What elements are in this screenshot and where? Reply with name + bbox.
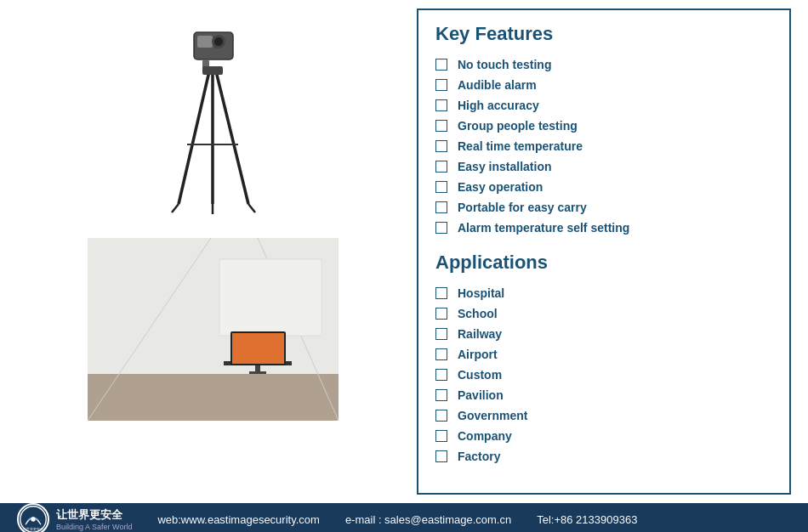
checkbox-icon [435,348,447,360]
footer-email: e-mail : sales@eastimage.com.cn [345,513,511,526]
footer-website: web:www.eastimagesecurity.com [157,513,320,526]
room-photo [88,238,339,421]
checkbox-icon [435,389,447,401]
checkbox-icon [435,287,447,299]
checkbox-icon [435,140,447,152]
application-item: Hospital [435,286,772,300]
feature-item: Portable for easy carry [435,201,772,214]
applications-list: HospitalSchoolRailwayAirportCustomPavili… [435,286,772,463]
application-item: Railway [435,327,772,341]
checkbox-icon [435,328,447,340]
checkbox-icon [435,99,447,111]
svg-rect-22 [255,365,260,372]
svg-line-9 [172,204,179,212]
svg-line-7 [216,71,248,204]
checkbox-icon [435,410,447,422]
checkbox-icon [435,201,447,213]
checkbox-icon [435,369,447,381]
checkbox-icon [435,59,447,71]
features-list: No touch testingAudible alarmHigh accura… [435,58,772,235]
checkbox-icon [435,181,447,193]
applications-title: Applications [435,252,772,274]
checkbox-icon [435,430,447,442]
application-item: Company [435,429,772,443]
svg-rect-15 [88,374,339,421]
tripod-camera-image [128,17,298,229]
checkbox-icon [435,161,447,173]
svg-point-3 [214,37,223,46]
application-item: Government [435,409,772,422]
application-item: School [435,307,772,320]
svg-line-11 [248,204,255,212]
svg-point-30 [31,517,35,521]
feature-item: Easy operation [435,180,772,194]
application-item: Airport [435,348,772,361]
left-panel [17,8,408,495]
checkbox-icon [435,79,447,91]
application-item: Pavilion [435,388,772,402]
footer: 让世界更安全 让世界更安全 Building A Safer World web… [0,503,808,532]
feature-item: Group people testing [435,119,772,133]
feature-item: Easy installation [435,160,772,173]
features-title: Key Features [435,23,772,45]
application-item: Custom [435,368,772,382]
application-item: Factory [435,450,772,463]
checkbox-icon [435,308,447,320]
feature-item: Audible alarm [435,78,772,92]
svg-line-5 [179,71,209,204]
svg-rect-23 [249,371,266,374]
footer-phone: Tel:+86 2133909363 [537,513,637,526]
checkbox-icon [435,222,447,234]
footer-logo: 让世界更安全 让世界更安全 Building A Safer World [17,503,132,532]
feature-item: High accuracy [435,99,772,112]
feature-item: Real time temperature [435,139,772,153]
svg-text:让世界更安全: 让世界更安全 [23,527,43,531]
footer-logo-icon: 让世界更安全 [17,503,49,532]
footer-logo-text: 让世界更安全 Building A Safer World [56,507,132,531]
svg-rect-1 [197,36,213,48]
feature-item: Alarm temperature self setting [435,221,772,235]
svg-rect-21 [232,333,284,364]
svg-rect-12 [202,66,223,75]
checkbox-icon [435,450,447,462]
checkbox-icon [435,120,447,132]
feature-item: No touch testing [435,58,772,71]
right-panel: Key Features No touch testingAudible ala… [417,8,791,495]
main-content: Key Features No touch testingAudible ala… [0,0,808,503]
footer-info: web:www.eastimagesecurity.com e-mail : s… [157,513,637,526]
svg-rect-18 [219,259,321,336]
